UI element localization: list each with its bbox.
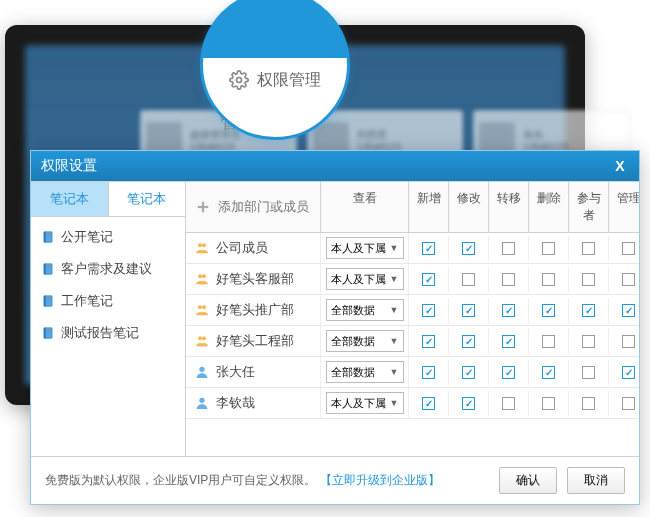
permission-checkbox[interactable] (422, 273, 435, 286)
permission-checkbox[interactable] (502, 397, 515, 410)
permission-checkbox[interactable] (422, 242, 435, 255)
scope-select[interactable]: 全部数据▼ (326, 361, 404, 383)
col-view: 查看 (321, 182, 409, 232)
add-member-button[interactable]: 添加部门或成员 (186, 182, 321, 232)
permission-checkbox[interactable] (502, 366, 515, 379)
permission-checkbox[interactable] (422, 366, 435, 379)
permission-checkbox[interactable] (462, 273, 475, 286)
chevron-down-icon: ▼ (390, 274, 399, 284)
cancel-button[interactable]: 取消 (567, 467, 625, 494)
dialog-title: 权限设置 (41, 157, 97, 175)
svg-rect-4 (44, 264, 46, 275)
check-cell (409, 360, 449, 385)
member-name: 好笔头工程部 (216, 332, 294, 350)
permission-checkbox[interactable] (542, 397, 555, 410)
name-cell: 张大任 (186, 357, 321, 387)
permission-checkbox[interactable] (582, 304, 595, 317)
svg-point-15 (198, 305, 202, 309)
permission-checkbox[interactable] (582, 335, 595, 348)
permission-checkbox[interactable] (622, 242, 635, 255)
permission-checkbox[interactable] (422, 335, 435, 348)
svg-point-16 (202, 305, 206, 309)
permission-checkbox[interactable] (462, 335, 475, 348)
permission-checkbox[interactable] (542, 366, 555, 379)
check-cell (529, 391, 569, 416)
col-transfer: 转移 (489, 182, 529, 232)
permission-checkbox[interactable] (622, 273, 635, 286)
check-cell (449, 298, 489, 323)
member-name: 公司成员 (216, 239, 268, 257)
circle-label: 权限管理 (257, 70, 321, 91)
check-cell (569, 360, 609, 385)
check-cell (489, 391, 529, 416)
scope-select[interactable]: 本人及下属▼ (326, 237, 404, 259)
permission-checkbox[interactable] (422, 304, 435, 317)
permission-checkbox[interactable] (582, 366, 595, 379)
chevron-down-icon: ▼ (390, 243, 399, 253)
permission-checkbox[interactable] (462, 242, 475, 255)
chevron-down-icon: ▼ (390, 336, 399, 346)
check-cell (449, 267, 489, 292)
notebook-icon (41, 262, 55, 276)
sidebar-item[interactable]: 测试报告笔记 (31, 317, 185, 349)
scope-select[interactable]: 全部数据▼ (326, 330, 404, 352)
check-cell (529, 329, 569, 354)
permission-checkbox[interactable] (502, 242, 515, 255)
member-name: 好笔头客服部 (216, 270, 294, 288)
check-cell (569, 267, 609, 292)
permission-checkbox[interactable] (582, 397, 595, 410)
check-cell (449, 236, 489, 261)
permission-checkbox[interactable] (582, 242, 595, 255)
scope-cell: 本人及下属▼ (321, 233, 409, 263)
svg-rect-6 (44, 296, 46, 307)
scope-cell: 本人及下属▼ (321, 264, 409, 294)
scope-select[interactable]: 本人及下属▼ (326, 268, 404, 290)
tab-notebook-2[interactable]: 笔记本 (109, 182, 186, 216)
sidebar-item[interactable]: 客户需求及建议 (31, 253, 185, 285)
svg-point-14 (202, 274, 206, 278)
check-cell (609, 360, 639, 385)
data-row: 张大任全部数据▼ (186, 357, 639, 388)
permission-checkbox[interactable] (462, 366, 475, 379)
col-participant: 参与者 (569, 182, 609, 232)
permission-checkbox[interactable] (622, 366, 635, 379)
permission-checkbox[interactable] (582, 273, 595, 286)
permission-checkbox[interactable] (502, 304, 515, 317)
permission-checkbox[interactable] (622, 397, 635, 410)
person-icon (194, 395, 210, 411)
check-cell (489, 360, 529, 385)
permission-checkbox[interactable] (542, 242, 555, 255)
permission-checkbox[interactable] (622, 335, 635, 348)
permission-checkbox[interactable] (462, 397, 475, 410)
permission-checkbox[interactable] (542, 304, 555, 317)
upgrade-link[interactable]: 【立即升级到企业版】 (320, 473, 440, 487)
name-cell: 李钦哉 (186, 388, 321, 418)
permission-checkbox[interactable] (462, 304, 475, 317)
permission-checkbox[interactable] (542, 335, 555, 348)
tab-notebook-1[interactable]: 笔记本 (31, 182, 109, 216)
data-row: 好笔头客服部本人及下属▼ (186, 264, 639, 295)
check-cell (569, 298, 609, 323)
check-cell (409, 236, 449, 261)
group-icon (194, 302, 210, 318)
check-cell (409, 298, 449, 323)
permission-dialog: 权限设置 X 笔记本 笔记本 公开笔记客户需求及建议工作笔记测试报告笔记 添加部… (30, 150, 640, 505)
scope-select[interactable]: 本人及下属▼ (326, 392, 404, 414)
scope-select[interactable]: 全部数据▼ (326, 299, 404, 321)
member-name: 李钦哉 (216, 394, 255, 412)
check-cell (569, 329, 609, 354)
permission-checkbox[interactable] (542, 273, 555, 286)
sidebar-item[interactable]: 公开笔记 (31, 221, 185, 253)
plus-icon (194, 198, 212, 216)
name-cell: 公司成员 (186, 233, 321, 263)
check-cell (569, 236, 609, 261)
permission-checkbox[interactable] (622, 304, 635, 317)
close-icon[interactable]: X (611, 157, 629, 175)
permission-checkbox[interactable] (422, 397, 435, 410)
sidebar-item[interactable]: 工作笔记 (31, 285, 185, 317)
person-icon (194, 364, 210, 380)
permission-checkbox[interactable] (502, 273, 515, 286)
check-cell (529, 298, 569, 323)
confirm-button[interactable]: 确认 (499, 467, 557, 494)
permission-checkbox[interactable] (502, 335, 515, 348)
